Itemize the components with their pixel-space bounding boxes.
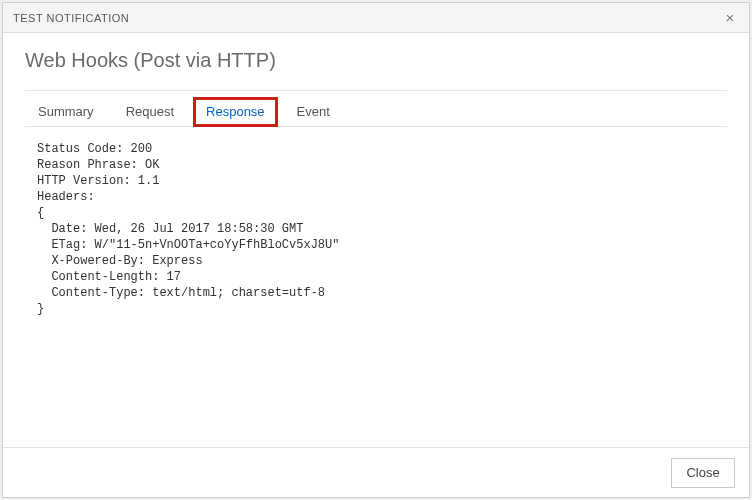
close-button[interactable]: Close	[671, 458, 735, 488]
tab-response[interactable]: Response	[193, 97, 278, 127]
page-title: Web Hooks (Post via HTTP)	[25, 49, 727, 72]
response-body: Status Code: 200 Reason Phrase: OK HTTP …	[25, 127, 727, 447]
tab-summary[interactable]: Summary	[25, 97, 107, 127]
modal-footer: Close	[3, 447, 749, 497]
response-text: Status Code: 200 Reason Phrase: OK HTTP …	[37, 141, 723, 317]
titlebar: TEST NOTIFICATION ×	[3, 3, 749, 33]
window-title: TEST NOTIFICATION	[13, 12, 129, 24]
modal-content: Web Hooks (Post via HTTP) Summary Reques…	[3, 33, 749, 447]
tab-request[interactable]: Request	[113, 97, 187, 127]
tab-event[interactable]: Event	[284, 97, 343, 127]
tab-bar: Summary Request Response Event	[25, 91, 727, 127]
test-notification-modal: TEST NOTIFICATION × Web Hooks (Post via …	[2, 2, 750, 498]
close-icon[interactable]: ×	[719, 7, 741, 29]
